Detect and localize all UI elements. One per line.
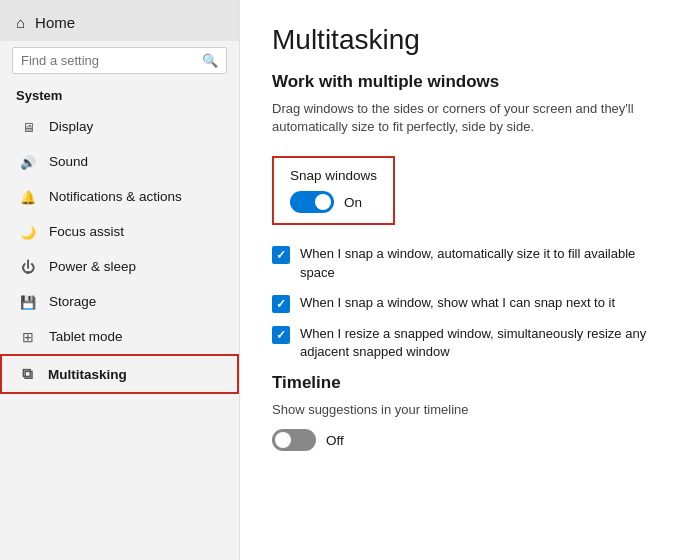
section1-desc: Drag windows to the sides or corners of … bbox=[272, 100, 668, 136]
sidebar-item-label: Power & sleep bbox=[49, 259, 136, 274]
sidebar-item-label: Tablet mode bbox=[49, 329, 123, 344]
sidebar-section-label: System bbox=[0, 84, 239, 109]
search-icon: 🔍 bbox=[202, 53, 218, 68]
timeline-toggle-status: Off bbox=[326, 433, 344, 448]
timeline-toggle[interactable] bbox=[272, 429, 316, 451]
home-label: Home bbox=[35, 14, 75, 31]
timeline-toggle-row: Off bbox=[272, 429, 668, 451]
sidebar-item-tablet[interactable]: Tablet mode bbox=[0, 319, 239, 354]
sidebar-item-label: Sound bbox=[49, 154, 88, 169]
checkmark-2: ✓ bbox=[276, 298, 286, 310]
multitask-icon bbox=[18, 365, 36, 383]
tablet-icon bbox=[19, 328, 37, 345]
checkmark-3: ✓ bbox=[276, 329, 286, 341]
home-icon bbox=[16, 14, 25, 31]
sidebar-item-label: Storage bbox=[49, 294, 96, 309]
focus-icon bbox=[19, 223, 37, 240]
checkbox-1[interactable]: ✓ bbox=[272, 246, 290, 264]
snap-toggle-knob bbox=[315, 194, 331, 210]
section1-title: Work with multiple windows bbox=[272, 72, 668, 92]
snap-windows-label: Snap windows bbox=[290, 168, 377, 183]
snap-toggle[interactable] bbox=[290, 191, 334, 213]
checkbox-3[interactable]: ✓ bbox=[272, 326, 290, 344]
sidebar-item-label: Focus assist bbox=[49, 224, 124, 239]
checkbox-item-1: ✓ When I snap a window, automatically si… bbox=[272, 245, 668, 281]
sidebar-item-notifications[interactable]: Notifications & actions bbox=[0, 179, 239, 214]
sidebar-item-label: Notifications & actions bbox=[49, 189, 182, 204]
snap-toggle-status: On bbox=[344, 195, 362, 210]
checkbox-item-3: ✓ When I resize a snapped window, simult… bbox=[272, 325, 668, 361]
main-content: Multitasking Work with multiple windows … bbox=[240, 0, 700, 560]
checkmark-1: ✓ bbox=[276, 249, 286, 261]
sidebar-home-button[interactable]: Home bbox=[0, 0, 239, 41]
page-title: Multitasking bbox=[272, 24, 668, 56]
snap-windows-box: Snap windows On bbox=[272, 156, 395, 225]
checkbox-text-1: When I snap a window, automatically size… bbox=[300, 245, 668, 281]
timeline-section: Timeline Show suggestions in your timeli… bbox=[272, 373, 668, 451]
sidebar-item-sound[interactable]: Sound bbox=[0, 144, 239, 179]
snap-toggle-row: On bbox=[290, 191, 377, 213]
display-icon bbox=[19, 118, 37, 135]
sidebar: Home 🔍 System Display Sound Notification… bbox=[0, 0, 240, 560]
sidebar-item-focus[interactable]: Focus assist bbox=[0, 214, 239, 249]
sidebar-item-power[interactable]: Power & sleep bbox=[0, 249, 239, 284]
timeline-toggle-knob bbox=[275, 432, 291, 448]
checkbox-2[interactable]: ✓ bbox=[272, 295, 290, 313]
power-icon bbox=[19, 258, 37, 275]
storage-icon bbox=[19, 293, 37, 310]
timeline-desc: Show suggestions in your timeline bbox=[272, 401, 668, 419]
checkbox-text-3: When I resize a snapped window, simultan… bbox=[300, 325, 668, 361]
sidebar-item-display[interactable]: Display bbox=[0, 109, 239, 144]
sidebar-item-label: Multitasking bbox=[48, 367, 127, 382]
search-box[interactable]: 🔍 bbox=[12, 47, 227, 74]
sidebar-item-storage[interactable]: Storage bbox=[0, 284, 239, 319]
sidebar-item-label: Display bbox=[49, 119, 93, 134]
sidebar-item-multitasking[interactable]: Multitasking bbox=[0, 354, 239, 394]
checkbox-text-2: When I snap a window, show what I can sn… bbox=[300, 294, 615, 312]
timeline-title: Timeline bbox=[272, 373, 668, 393]
checkbox-item-2: ✓ When I snap a window, show what I can … bbox=[272, 294, 668, 313]
notifications-icon bbox=[19, 188, 37, 205]
search-input[interactable] bbox=[21, 53, 202, 68]
sound-icon bbox=[19, 153, 37, 170]
